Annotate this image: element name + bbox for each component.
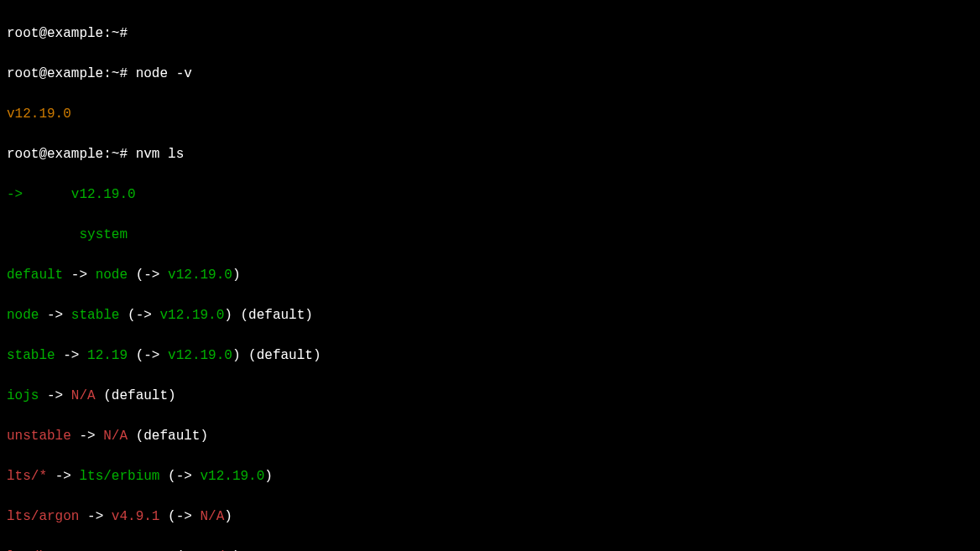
arrow: -> <box>71 268 87 283</box>
nvm-unstable-line: unstable -> N/A (default) <box>7 426 973 446</box>
na-label: N/A <box>71 388 96 403</box>
version: v12.19.0 <box>159 308 224 323</box>
arrow: -> <box>87 509 103 524</box>
arrow: -> <box>47 388 63 403</box>
arrow: -> <box>176 469 192 484</box>
shell-prompt: root@example:~# <box>7 147 128 162</box>
node-version-output: v12.19.0 <box>7 107 71 122</box>
arrow: -> <box>143 348 159 363</box>
arrow: -> <box>143 268 159 283</box>
extra-text: (default) <box>96 388 176 403</box>
nvm-alias-line: stable -> 12.19 (-> v12.19.0) (default) <box>7 346 973 366</box>
alias-target: 12.19 <box>87 348 128 363</box>
arrow: -> <box>47 308 63 323</box>
command-line: root@example:~# node -v <box>7 64 973 84</box>
na-label: N/A <box>200 509 224 524</box>
shell-prompt: root@example:~# <box>7 26 128 41</box>
nvm-lts-line: lts/argon -> v4.9.1 (-> N/A) <box>7 507 973 527</box>
arrow: -> <box>63 348 79 363</box>
alias-target: lts/erbium <box>79 469 159 484</box>
nvm-lts-star-line: lts/* -> lts/erbium (-> v12.19.0) <box>7 466 973 486</box>
alias-name: lts/* <box>7 469 47 484</box>
na-label: N/A <box>103 429 128 444</box>
arrow-indicator: -> <box>7 187 23 202</box>
command-text: node -v <box>136 66 192 81</box>
arrow: -> <box>176 509 192 524</box>
version: v12.19.0 <box>168 268 232 283</box>
system-label: system <box>79 227 128 242</box>
alias-target: node <box>96 268 128 283</box>
shell-prompt: root@example:~# <box>7 66 128 81</box>
version: v12.19.0 <box>200 469 264 484</box>
alias-name: unstable <box>7 429 71 444</box>
version: v12.19.0 <box>168 348 232 363</box>
extra-text: (default) <box>128 429 208 444</box>
arrow: -> <box>55 469 71 484</box>
alias-name: default <box>7 268 63 283</box>
prompt-empty-line: root@example:~# <box>7 23 973 44</box>
alias-name: stable <box>7 348 55 363</box>
command-text: nvm ls <box>136 147 185 162</box>
nvm-current-line: -> v12.19.0 <box>7 185 973 205</box>
terminal-output: root@example:~# root@example:~# node -v … <box>7 3 973 551</box>
alias-target: stable <box>71 308 120 323</box>
arrow: -> <box>136 308 152 323</box>
version: v4.9.1 <box>112 509 160 524</box>
nvm-lts-line: lts/boron -> v6.17.1 (-> N/A) <box>7 547 973 551</box>
alias-name: iojs <box>7 388 39 403</box>
nvm-iojs-line: iojs -> N/A (default) <box>7 386 973 406</box>
alias-name: lts/argon <box>7 509 79 524</box>
current-version: v12.19.0 <box>71 187 136 202</box>
alias-name: node <box>7 308 39 323</box>
nvm-alias-line: node -> stable (-> v12.19.0) (default) <box>7 305 973 325</box>
extra-text: (default) <box>232 308 313 323</box>
arrow: -> <box>79 429 95 444</box>
nvm-system-line: system <box>7 225 973 245</box>
nvm-alias-line: default -> node (-> v12.19.0) <box>7 265 973 285</box>
output-line: v12.19.0 <box>7 104 973 124</box>
extra-text: (default) <box>241 348 321 363</box>
command-line: root@example:~# nvm ls <box>7 144 973 164</box>
